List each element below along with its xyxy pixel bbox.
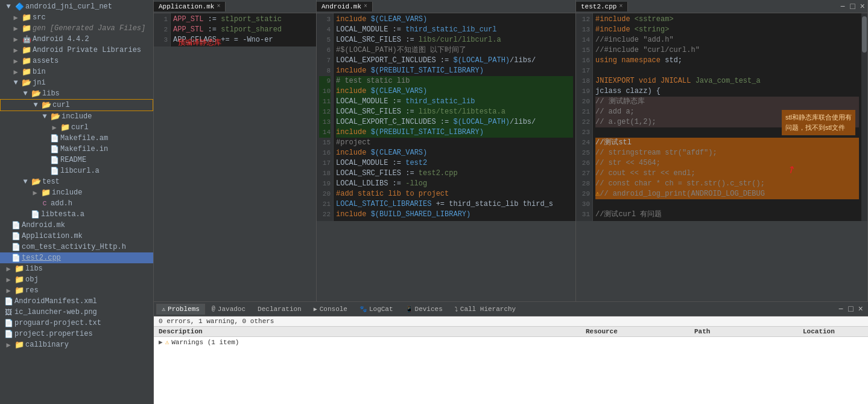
code-line-3-24: //测试stl [595,138,859,148]
code-line-2-7: LOCAL_EXPORT_C_INCLUDES := $(LOCAL_PATH)… [336,56,573,66]
expand-icon-gen: ▶ [11,24,21,33]
line-numbers-2: 345678 91011121314 1516171819202122 [317,13,334,221]
sidebar-item-test-include[interactable]: ▶ 📁 include [0,187,153,198]
maximize-btn[interactable]: □ [847,2,857,11]
editor-tab-applicationmk[interactable]: Application.mk × [154,2,226,11]
editor-content-2[interactable]: 345678 91011121314 1516171819202122 incl… [317,13,575,221]
close-tab-test2cpp[interactable]: × [619,3,622,10]
sidebar-item-jni[interactable]: ▼ 📂 jni [0,77,153,88]
folder-icon-curl-include: 📂 [51,112,60,121]
folder-icon-assets: 📁 [22,56,31,66]
close-tab-androidmk[interactable]: × [364,3,367,10]
sidebar-item-makefile-am[interactable]: 📄 Makefile.am [0,133,153,144]
sidebar-item-project-props[interactable]: 📄 project.properties [0,329,153,339]
sidebar-item-libtesta[interactable]: 📄 libtesta.a [0,209,153,220]
bottom-tab-problems[interactable]: ⚠ Problems [156,304,205,315]
sidebar-item-callbinary[interactable]: ▶ 📁 callbinary [0,339,153,350]
code-line-3-30 [595,199,859,210]
code-line-1-3: APP_CFLAGS += = -Wno-er [173,35,314,45]
code-line-2-12: LOCAL_SRC_FILES := libs/test/libtesta.a [336,107,573,117]
bottom-minimize-btn[interactable]: − [836,304,846,314]
app-container: ▼ 🔷 android_jni_curl_net ▶ 📁 src ▶ 📁 gen [0,0,868,404]
warnings-row[interactable]: ▶ ⚠ Warnings (1 item) [154,337,868,347]
sidebar-item-add-h[interactable]: c add.h [0,198,153,209]
editor-tab-test2cpp[interactable]: test2.cpp × [576,2,628,11]
editor-wrapper-2: 345678 91011121314 1516171819202122 incl… [317,13,575,301]
sidebar-item-obj[interactable]: ▶ 📁 obj [0,274,153,285]
code-line-3-17 [595,66,859,76]
bottom-tab-declaration[interactable]: Declaration [252,304,307,315]
editor-scrollbar-3[interactable] [861,13,867,221]
code-line-1-1: APP_STL := stlport_static [173,14,314,25]
sidebar-item-android442[interactable]: ▶ 🤖 Android 4.4.2 [0,34,153,45]
bottom-table-header: Description Resource Path Location [154,327,868,337]
file-icon-readme: 📄 [49,155,59,165]
bottom-tabs: ⚠ Problems @ Javadoc Declaration ▶ Conso… [154,302,868,316]
sidebar-item-androidmanifest[interactable]: 📄 AndroidManifest.xml [0,296,153,307]
code-area-2[interactable]: include $(CLEAR_VARS) LOCAL_MODULE := th… [334,13,575,221]
code-line-2-11: LOCAL_MODULE := third_static_lib [336,97,573,107]
bottom-tab-javadoc[interactable]: @ Javadoc [206,304,251,315]
file-icon-project-props: 📄 [4,329,13,339]
sidebar-item-test2-cpp[interactable]: 📄 test2.cpp [0,252,153,263]
editor-tab-androidmk[interactable]: Android.mk × [317,2,373,11]
sidebar-item-libcurl[interactable]: 📄 libcurl.a [0,165,153,176]
code-line-3-13: #include <string> [595,25,859,35]
editor-tabbar-1: Application.mk × [154,0,316,13]
expand-icon-src: ▶ [11,13,21,22]
tab-label-applicationmk: Application.mk [159,3,214,10]
bottom-close-btn[interactable]: × [856,304,866,314]
sidebar-item-assets[interactable]: ▶ 📁 assets [0,56,153,66]
bottom-tab-callhierarchy[interactable]: ⤵ Call Hierarchy [449,304,521,315]
sidebar-item-curl[interactable]: ▼ 📂 curl [0,99,153,111]
bottom-tab-logcat[interactable]: 🐾 LogCat [354,304,399,315]
sidebar-item-bin[interactable]: ▶ 📁 bin [0,66,153,77]
file-icon-androidmanifest: 📄 [4,297,13,306]
col-header-resource: Resource [586,328,694,335]
sidebar-item-gen[interactable]: ▶ 📁 gen [Generated Java Files] [0,23,153,34]
code-area-3[interactable]: #include <sstream> #include <string> //#… [593,13,861,221]
editor-content-1[interactable]: 123 APP_STL := stlport_static APP_STL :=… [154,13,316,46]
sidebar-item-libs[interactable]: ▶ 📁 libs [0,263,153,274]
minimize-btn[interactable]: − [838,2,847,11]
expand-warnings-icon[interactable]: ▶ [159,338,163,346]
sidebar-item-root[interactable]: ▼ 🔷 android_jni_curl_net [0,1,153,12]
close-btn[interactable]: × [858,2,867,11]
close-tab-applicationmk[interactable]: × [217,3,220,10]
sidebar-item-android-mk[interactable]: 📄 Android.mk [0,220,153,231]
android-icon: 🤖 [22,34,31,44]
folder-icon-curl-sub: 📁 [60,123,70,132]
sidebar-item-src[interactable]: ▶ 📁 src [0,12,153,23]
sidebar-item-res[interactable]: ▶ 📁 res [0,285,153,296]
expand-icon-obj: ▶ [4,275,13,284]
sidebar-item-proguard[interactable]: 📄 proguard-project.txt [0,318,153,329]
code-line-3-28: // const char * ch = str.str().c_str(); [595,179,859,189]
sidebar-item-androidprivate[interactable]: ▶ 📁 Android Private Libraries [0,45,153,56]
file-icon-makefile-in: 📄 [49,144,59,154]
folder-icon-test: 📂 [31,177,41,187]
bottom-tab-devices[interactable]: 📱 Devices [400,304,448,315]
expand-icon-test: ▼ [21,177,30,187]
code-area-1[interactable]: APP_STL := stlport_static APP_STL := stl… [171,13,316,46]
editor-content-3[interactable]: 121314151617 181920212223 242526272829 3… [576,13,867,221]
sidebar-item-jni-libs[interactable]: ▼ 📂 libs [0,88,153,99]
sidebar-item-readme[interactable]: 📄 README [0,155,153,165]
sidebar-item-makefile-in[interactable]: 📄 Makefile.in [0,144,153,155]
sidebar-item-application-mk[interactable]: 📄 Application.mk [0,231,153,242]
code-line-2-20: #add static lib to project [336,189,573,199]
editor-panel-3: test2.cpp × − □ × 12 [576,0,868,301]
console-icon: ▶ [314,306,317,313]
bottom-maximize-btn[interactable]: □ [846,304,855,314]
sidebar-item-com-test[interactable]: 📄 com_test_activity_Http.h [0,242,153,252]
sidebar-item-ic-launcher[interactable]: 🖼 ic_launcher-web.png [0,307,153,318]
file-icon-makefile-am: 📄 [49,133,59,143]
code-line-3-18: JNIEXPORT void JNICALL Java_com_test_a [595,76,859,86]
sidebar-item-test[interactable]: ▼ 📂 test [0,176,153,187]
line-numbers-3: 121314151617 181920212223 242526272829 3… [576,13,593,221]
folder-icon-gen: 📁 [22,24,31,33]
scrollbar-thumb-3[interactable] [862,16,867,53]
file-icon-ic-launcher: 🖼 [4,307,13,317]
sidebar-item-curl-include[interactable]: ▼ 📂 include [0,111,153,122]
sidebar-item-curl-sub[interactable]: ▶ 📁 curl [0,122,153,133]
bottom-tab-console[interactable]: ▶ Console [308,304,353,315]
